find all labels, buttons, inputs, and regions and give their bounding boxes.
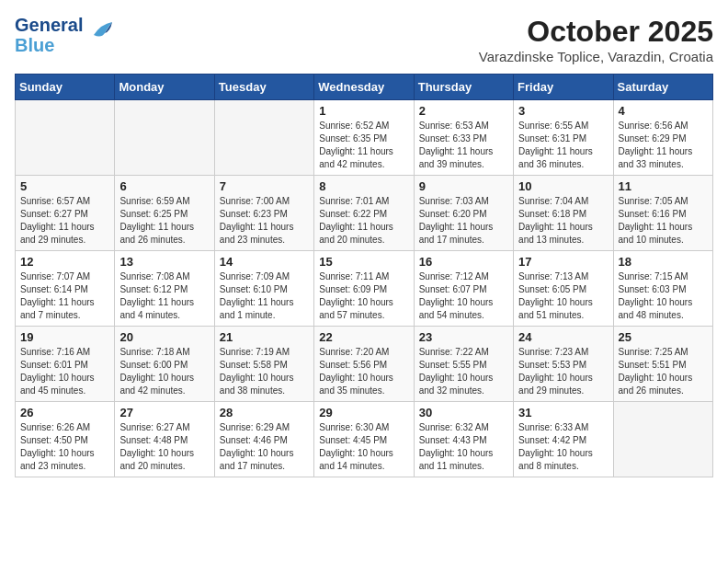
calendar-cell: 21Sunrise: 7:19 AM Sunset: 5:58 PM Dayli… (214, 327, 313, 402)
day-number: 5 (20, 179, 109, 193)
day-info: Sunrise: 7:04 AM Sunset: 6:18 PM Dayligh… (518, 195, 608, 247)
calendar-cell: 28Sunrise: 6:29 AM Sunset: 4:46 PM Dayli… (214, 402, 313, 477)
location-subtitle: Varazdinske Toplice, Varazdin, Croatia (479, 49, 713, 64)
day-info: Sunrise: 7:16 AM Sunset: 6:01 PM Dayligh… (20, 346, 109, 397)
calendar-cell: 16Sunrise: 7:12 AM Sunset: 6:07 PM Dayli… (414, 251, 513, 327)
day-info: Sunrise: 6:29 AM Sunset: 4:46 PM Dayligh… (220, 421, 309, 473)
column-header-thursday: Thursday (414, 75, 513, 100)
day-number: 4 (619, 104, 708, 118)
calendar-cell: 18Sunrise: 7:15 AM Sunset: 6:03 PM Dayli… (613, 251, 712, 327)
calendar-cell: 2Sunrise: 6:53 AM Sunset: 6:33 PM Daylig… (414, 100, 513, 176)
day-number: 28 (220, 406, 309, 419)
calendar-cell: 12Sunrise: 7:07 AM Sunset: 6:14 PM Dayli… (16, 251, 115, 327)
day-info: Sunrise: 7:09 AM Sunset: 6:10 PM Dayligh… (220, 270, 309, 322)
month-year-title: October 2025 (479, 15, 713, 49)
column-header-saturday: Saturday (613, 75, 712, 100)
calendar-cell: 13Sunrise: 7:08 AM Sunset: 6:12 PM Dayli… (115, 251, 214, 327)
logo-blue: Blue (15, 35, 83, 55)
day-number: 14 (220, 255, 309, 269)
logo-general: General (15, 15, 83, 35)
day-number: 23 (419, 330, 508, 344)
day-info: Sunrise: 6:53 AM Sunset: 6:33 PM Dayligh… (419, 120, 508, 171)
day-info: Sunrise: 6:27 AM Sunset: 4:48 PM Dayligh… (119, 421, 209, 473)
day-number: 10 (518, 179, 608, 193)
calendar-cell (16, 100, 115, 176)
calendar-cell: 5Sunrise: 6:57 AM Sunset: 6:27 PM Daylig… (16, 176, 115, 251)
day-info: Sunrise: 7:01 AM Sunset: 6:22 PM Dayligh… (319, 195, 408, 247)
day-number: 30 (419, 406, 508, 419)
calendar-cell: 22Sunrise: 7:20 AM Sunset: 5:56 PM Dayli… (314, 327, 414, 402)
day-number: 20 (119, 330, 209, 344)
day-info: Sunrise: 7:22 AM Sunset: 5:55 PM Dayligh… (419, 346, 508, 397)
calendar-cell: 30Sunrise: 6:32 AM Sunset: 4:43 PM Dayli… (414, 402, 513, 477)
day-number: 11 (619, 179, 708, 193)
calendar-cell: 29Sunrise: 6:30 AM Sunset: 4:45 PM Dayli… (314, 402, 414, 477)
calendar-cell: 20Sunrise: 7:18 AM Sunset: 6:00 PM Dayli… (115, 327, 214, 402)
calendar-cell (214, 100, 313, 176)
calendar-cell: 1Sunrise: 6:52 AM Sunset: 6:35 PM Daylig… (314, 100, 414, 176)
day-info: Sunrise: 6:55 AM Sunset: 6:31 PM Dayligh… (518, 120, 608, 171)
calendar-cell: 7Sunrise: 7:00 AM Sunset: 6:23 PM Daylig… (214, 176, 313, 251)
calendar-cell: 14Sunrise: 7:09 AM Sunset: 6:10 PM Dayli… (214, 251, 313, 327)
day-info: Sunrise: 6:52 AM Sunset: 6:35 PM Dayligh… (319, 120, 408, 171)
column-header-sunday: Sunday (16, 75, 115, 100)
day-number: 27 (119, 406, 209, 419)
calendar-cell: 23Sunrise: 7:22 AM Sunset: 5:55 PM Dayli… (414, 327, 513, 402)
day-info: Sunrise: 7:15 AM Sunset: 6:03 PM Dayligh… (619, 270, 708, 322)
day-number: 21 (220, 330, 309, 344)
calendar-cell: 24Sunrise: 7:23 AM Sunset: 5:53 PM Dayli… (514, 327, 613, 402)
day-number: 29 (319, 406, 408, 419)
day-info: Sunrise: 7:11 AM Sunset: 6:09 PM Dayligh… (319, 270, 408, 322)
day-info: Sunrise: 7:08 AM Sunset: 6:12 PM Dayligh… (119, 270, 209, 322)
day-info: Sunrise: 7:07 AM Sunset: 6:14 PM Dayligh… (20, 270, 109, 322)
day-info: Sunrise: 7:23 AM Sunset: 5:53 PM Dayligh… (518, 346, 608, 397)
day-number: 19 (20, 330, 109, 344)
day-info: Sunrise: 6:57 AM Sunset: 6:27 PM Dayligh… (20, 195, 109, 247)
calendar-cell: 3Sunrise: 6:55 AM Sunset: 6:31 PM Daylig… (514, 100, 613, 176)
day-info: Sunrise: 6:33 AM Sunset: 4:42 PM Dayligh… (518, 421, 608, 473)
day-number: 12 (20, 255, 109, 269)
calendar-cell: 4Sunrise: 6:56 AM Sunset: 6:29 PM Daylig… (613, 100, 712, 176)
day-number: 3 (518, 104, 608, 118)
logo: General Blue (15, 15, 116, 55)
title-area: October 2025 Varazdinske Toplice, Varazd… (479, 15, 713, 64)
calendar-cell: 26Sunrise: 6:26 AM Sunset: 4:50 PM Dayli… (16, 402, 115, 477)
calendar-cell: 27Sunrise: 6:27 AM Sunset: 4:48 PM Dayli… (115, 402, 214, 477)
calendar-cell: 15Sunrise: 7:11 AM Sunset: 6:09 PM Dayli… (314, 251, 414, 327)
day-info: Sunrise: 7:20 AM Sunset: 5:56 PM Dayligh… (319, 346, 408, 397)
day-number: 7 (220, 179, 309, 193)
day-number: 22 (319, 330, 408, 344)
day-number: 6 (119, 179, 209, 193)
day-number: 17 (518, 255, 608, 269)
calendar-cell: 17Sunrise: 7:13 AM Sunset: 6:05 PM Dayli… (514, 251, 613, 327)
column-header-wednesday: Wednesday (314, 75, 414, 100)
day-info: Sunrise: 6:32 AM Sunset: 4:43 PM Dayligh… (419, 421, 508, 473)
calendar-cell: 31Sunrise: 6:33 AM Sunset: 4:42 PM Dayli… (514, 402, 613, 477)
calendar-cell: 6Sunrise: 6:59 AM Sunset: 6:25 PM Daylig… (115, 176, 214, 251)
day-number: 9 (419, 179, 508, 193)
day-number: 16 (419, 255, 508, 269)
day-number: 2 (419, 104, 508, 118)
calendar-cell (115, 100, 214, 176)
calendar-cell: 10Sunrise: 7:04 AM Sunset: 6:18 PM Dayli… (514, 176, 613, 251)
day-number: 1 (319, 104, 408, 118)
day-info: Sunrise: 7:18 AM Sunset: 6:00 PM Dayligh… (119, 346, 209, 397)
day-info: Sunrise: 7:13 AM Sunset: 6:05 PM Dayligh… (518, 270, 608, 322)
day-info: Sunrise: 6:30 AM Sunset: 4:45 PM Dayligh… (319, 421, 408, 473)
day-info: Sunrise: 7:25 AM Sunset: 5:51 PM Dayligh… (619, 346, 708, 397)
calendar-table: SundayMondayTuesdayWednesdayThursdayFrid… (15, 74, 713, 477)
day-info: Sunrise: 7:05 AM Sunset: 6:16 PM Dayligh… (619, 195, 708, 247)
day-info: Sunrise: 7:19 AM Sunset: 5:58 PM Dayligh… (220, 346, 309, 397)
day-number: 8 (319, 179, 408, 193)
calendar-cell (613, 402, 712, 477)
day-info: Sunrise: 6:56 AM Sunset: 6:29 PM Dayligh… (619, 120, 708, 171)
day-info: Sunrise: 6:26 AM Sunset: 4:50 PM Dayligh… (20, 421, 109, 473)
day-number: 15 (319, 255, 408, 269)
column-header-monday: Monday (115, 75, 214, 100)
day-number: 31 (518, 406, 608, 419)
day-number: 13 (119, 255, 209, 269)
page-header: General Blue October 2025 Varazdinske To… (15, 15, 713, 64)
day-number: 25 (619, 330, 708, 344)
calendar-cell: 9Sunrise: 7:03 AM Sunset: 6:20 PM Daylig… (414, 176, 513, 251)
calendar-cell: 19Sunrise: 7:16 AM Sunset: 6:01 PM Dayli… (16, 327, 115, 402)
